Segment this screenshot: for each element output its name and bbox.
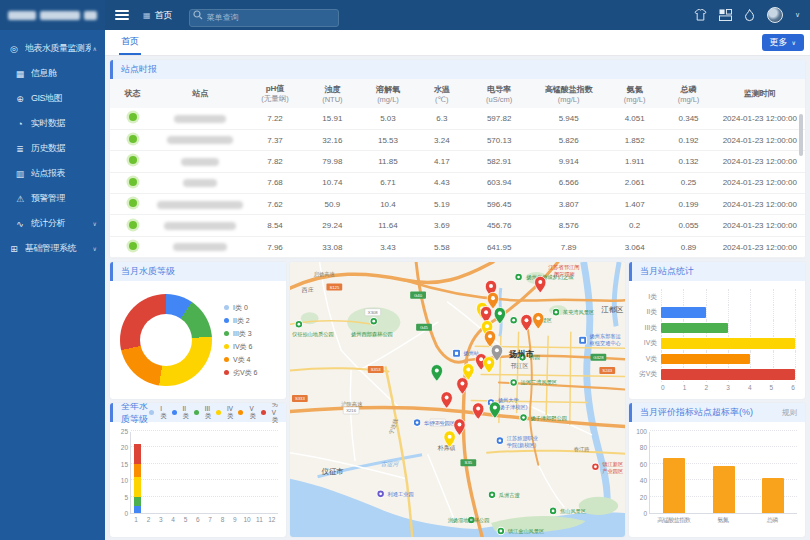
cell-value: 33.08: [305, 236, 361, 257]
sidebar-item-icon: ⚠: [14, 194, 26, 204]
tab-home[interactable]: 首页: [119, 35, 141, 55]
map-poi-icon[interactable]: [496, 437, 503, 445]
map-poi-icon[interactable]: [520, 414, 527, 422]
status-dot-normal: [129, 156, 137, 164]
sidebar-item-5[interactable]: ▥站点报表: [0, 161, 105, 186]
status-dot-normal: [129, 242, 137, 250]
cell-value: 7.96: [246, 236, 305, 257]
map-poi-icon[interactable]: [579, 336, 587, 344]
cell-value: 0.199: [662, 194, 714, 215]
hbar-value: [661, 369, 795, 380]
map-label: 润扬湿地森林公园: [448, 517, 490, 524]
hbar-label: IV类: [635, 338, 661, 348]
panel-header: 当月站点统计: [629, 262, 805, 281]
station-map[interactable]: G40G45S35G328S353S125S333S243X308X216X20…: [290, 262, 625, 537]
search-input[interactable]: [189, 9, 339, 27]
hbar-row-II类: II类: [635, 305, 795, 321]
sidebar-item-icon: ▥: [14, 169, 26, 179]
cell-time: 2024-01-23 12:00:00: [715, 194, 805, 215]
road-badge-X308: X308: [365, 309, 381, 316]
map-label: 学院(新校区): [507, 442, 537, 449]
rules-link[interactable]: 规则: [782, 408, 797, 418]
cell-value: 597.82: [468, 108, 531, 129]
map-poi-icon[interactable]: [370, 317, 377, 325]
legend-item: III类 3: [224, 329, 258, 339]
map-poi-icon[interactable]: [377, 490, 384, 498]
gridline: [795, 305, 796, 321]
gridline: [661, 289, 662, 305]
x-tick-label: 5: [770, 384, 774, 391]
gridline: [773, 289, 774, 305]
map-label: 茱萸湾风景区: [563, 309, 595, 316]
x-tick-label: 总磷: [748, 516, 797, 525]
table-scrollbar[interactable]: [799, 114, 803, 156]
gridline: [795, 336, 796, 352]
sidebar-item-1[interactable]: ▦信息舱: [0, 61, 105, 86]
map-label: 江都区: [601, 305, 624, 314]
cell-value: 603.94: [468, 172, 531, 193]
theme-shirt-icon[interactable]: [694, 9, 707, 21]
more-button[interactable]: 更多 ∨: [762, 34, 804, 51]
road-badge-G45: G45: [416, 324, 432, 331]
map-label: 焦山风景区: [560, 508, 587, 514]
map-poi-icon[interactable]: [510, 316, 517, 324]
gridline: [131, 463, 278, 464]
nav-home[interactable]: ▦ 首页: [143, 9, 173, 22]
map-poi-icon[interactable]: [413, 419, 420, 427]
y-tick-label: 80: [640, 444, 647, 451]
svg-text:G45: G45: [420, 325, 429, 330]
chevron-down-icon[interactable]: ∨: [795, 11, 800, 19]
x-tick-label: 5: [179, 516, 191, 523]
gridline: [750, 351, 751, 367]
sidebar-item-3[interactable]: ◔实时数据: [0, 111, 105, 136]
sidebar-item-4[interactable]: ≣历史数据: [0, 136, 105, 161]
cell-value: 582.91: [468, 151, 531, 172]
panel-title: 当月站点统计: [640, 265, 694, 278]
donut-chart: [120, 294, 212, 386]
x-tick-label: 6: [192, 516, 204, 523]
map-poi-icon[interactable]: [515, 273, 522, 281]
user-avatar[interactable]: [767, 7, 783, 23]
map-label: 闸管理所: [554, 271, 575, 278]
legend-item: 劣V类 6: [224, 368, 258, 378]
map-poi-icon[interactable]: [549, 507, 556, 515]
cell-time: 2024-01-23 12:00:00: [715, 215, 805, 236]
sidebar-item-0[interactable]: ◎地表水质量监测系统∧: [0, 36, 105, 61]
map-poi-icon[interactable]: [295, 320, 302, 328]
panel-header: 站点时报: [110, 60, 805, 79]
hbar-label: I类: [635, 292, 661, 302]
status-dot-normal: [129, 199, 137, 207]
map-poi-icon[interactable]: [552, 308, 559, 316]
gridline: [131, 430, 278, 431]
cell-value: 5.03: [360, 108, 416, 129]
annual-level-panel: 全年水质等级 I类II类III类IV类V类劣V类 0510152025 1234…: [110, 403, 286, 537]
map-poi-icon[interactable]: [488, 491, 495, 499]
map-poi-icon[interactable]: [453, 349, 461, 357]
hbar-label: III类: [635, 323, 661, 333]
map-canvas[interactable]: G40G45S35G328S353S125S333S243X308X216X20…: [290, 262, 625, 537]
flame-icon[interactable]: [744, 9, 755, 22]
topbar: ▦ 首页 ∨: [105, 0, 810, 30]
layout-fullscreen-icon[interactable]: [719, 9, 732, 21]
hamburger-menu-icon[interactable]: [115, 8, 129, 22]
sidebar-item-7[interactable]: ∿统计分析∨: [0, 211, 105, 236]
sidebar-item-6[interactable]: ⚠预警管理: [0, 186, 105, 211]
legend-item: III类: [194, 405, 211, 421]
x-tick-label: 11: [253, 516, 265, 523]
x-tick-label: 1: [683, 384, 687, 391]
y-tick-label: 10: [121, 477, 128, 484]
map-poi-icon[interactable]: [510, 379, 517, 387]
map-poi-icon[interactable]: [497, 527, 504, 535]
cell-value: 10.74: [305, 172, 361, 193]
sidebar-item-8[interactable]: ⊞基础管理系统∨: [0, 236, 105, 261]
vertical-bar-chart: 020406080100: [649, 432, 797, 514]
legend-label: II类: [183, 405, 189, 421]
sidebar-item-2[interactable]: ⊕GIS地图: [0, 86, 105, 111]
station-name-redacted: [167, 136, 233, 144]
cell-value: 1.852: [607, 129, 663, 150]
map-poi-icon[interactable]: [592, 463, 599, 471]
more-button-label: 更多: [770, 36, 788, 49]
cell-value: 6.71: [360, 172, 416, 193]
legend-label: III类: [205, 405, 211, 421]
legend-dot: [238, 410, 243, 415]
